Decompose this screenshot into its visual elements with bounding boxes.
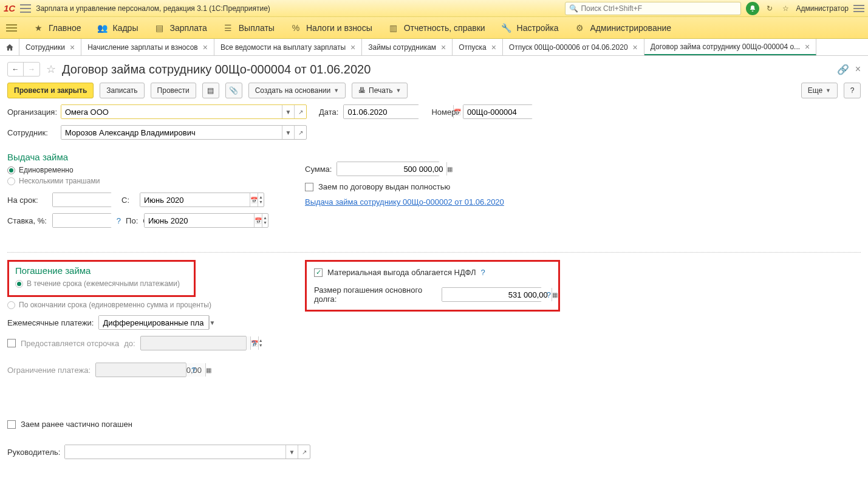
write-button[interactable]: Записать <box>100 83 144 98</box>
report-button[interactable]: ▤ <box>202 83 219 98</box>
radio-during-term[interactable]: В течение срока (ежемесячными платежами) <box>15 279 188 288</box>
employee-field[interactable]: ▼ ↗ <box>61 125 307 140</box>
menu-admin[interactable]: ⚙Администрирование <box>575 22 672 33</box>
user-name[interactable]: Администратор <box>796 4 849 13</box>
people-icon: 👥 <box>97 22 108 33</box>
favorites-icon[interactable]: ☆ <box>780 3 791 14</box>
defer-label: Предоставляется отсрочка <box>21 339 119 348</box>
org-field[interactable]: ▼ ↗ <box>61 104 307 119</box>
calculator-icon[interactable]: ▦ <box>446 162 453 176</box>
close-icon[interactable]: × <box>805 42 810 52</box>
nav-back[interactable]: ← <box>8 63 24 76</box>
tab-vacations[interactable]: Отпуска× <box>453 39 503 55</box>
benefit-help[interactable]: ? <box>480 268 485 277</box>
from-field[interactable]: 📅 ▲▼ <box>140 193 264 207</box>
close-icon[interactable]: × <box>350 43 355 52</box>
term-field[interactable]: ▲▼ <box>52 193 112 207</box>
menu-taxes[interactable]: %Налоги и взносы <box>290 22 372 33</box>
chevron-down-icon[interactable]: ▼ <box>282 126 294 139</box>
menu-settings[interactable]: 🔧Настройка <box>501 22 559 33</box>
nav-forward[interactable]: → <box>24 63 39 76</box>
radio-tranches[interactable]: Несколькими траншами <box>7 177 268 185</box>
menu-burger-icon[interactable] <box>6 24 17 32</box>
menu-salary[interactable]: ▤Зарплата <box>154 22 207 33</box>
monthly-input[interactable] <box>99 316 208 329</box>
menu-label: Главное <box>49 23 81 33</box>
btn-label: Провести и закрыть <box>14 86 87 95</box>
print-button[interactable]: 🖶Печать▼ <box>352 83 408 98</box>
open-icon[interactable]: ↗ <box>294 105 306 118</box>
favorite-star-icon[interactable]: ☆ <box>46 63 56 76</box>
partial-repaid-checkbox[interactable] <box>7 420 16 429</box>
tab-accruals[interactable]: Начисление зарплаты и взносов× <box>81 39 214 55</box>
close-icon[interactable]: × <box>70 43 75 52</box>
tab-paylists[interactable]: Все ведомости на выплату зарплаты× <box>214 39 362 55</box>
tab-loans[interactable]: Займы сотрудникам× <box>362 39 453 55</box>
issue-title: Выдача займа <box>7 152 268 162</box>
repay-amount-field[interactable]: ▦ <box>442 287 542 302</box>
attach-button[interactable]: 📎 <box>225 83 242 98</box>
defer-help[interactable]: ? <box>251 339 256 348</box>
repay-amount-help[interactable]: ? <box>547 290 551 299</box>
help-button[interactable]: ? <box>844 83 861 98</box>
org-input[interactable] <box>61 105 282 118</box>
number-field <box>463 104 533 119</box>
post-button[interactable]: Провести <box>151 83 196 98</box>
close-icon[interactable]: × <box>203 43 208 52</box>
close-icon[interactable]: × <box>633 43 638 52</box>
close-page-icon[interactable]: × <box>855 64 861 75</box>
stepper-icon[interactable]: ▲▼ <box>258 193 264 206</box>
tab-employees[interactable]: Сотрудники× <box>19 39 81 55</box>
chevron-down-icon: ▼ <box>825 87 831 94</box>
radio-end-term[interactable]: По окончании срока (единовременно сумма … <box>7 301 268 309</box>
chevron-down-icon[interactable]: ▼ <box>282 105 294 118</box>
link-icon[interactable]: 🔗 <box>837 64 849 75</box>
to-field[interactable]: 📅 ▲▼ <box>144 213 268 228</box>
employee-input[interactable] <box>61 126 282 139</box>
create-based-button[interactable]: Создать на основании▼ <box>248 83 346 98</box>
benefit-tax-checkbox[interactable] <box>314 268 323 277</box>
issue-link[interactable]: Выдача займа сотруднику 00Що-000002 от 0… <box>305 197 504 206</box>
search-input[interactable] <box>581 4 737 13</box>
from-input[interactable] <box>140 193 250 206</box>
calculator-icon[interactable]: ▦ <box>552 288 558 301</box>
rate-field[interactable]: ▲▼ <box>52 213 112 228</box>
sum-field[interactable]: ▦ <box>337 162 440 176</box>
panel-menu-icon[interactable] <box>853 5 864 12</box>
open-icon[interactable]: ↗ <box>298 445 310 459</box>
burger-icon[interactable] <box>20 4 31 13</box>
calendar-icon[interactable]: 📅 <box>250 193 258 206</box>
open-icon[interactable]: ↗ <box>294 126 306 139</box>
menu-main[interactable]: ★Главное <box>33 22 81 33</box>
close-icon[interactable]: × <box>491 43 496 52</box>
manager-input[interactable] <box>65 445 285 459</box>
menu-reports[interactable]: ▥Отчетность, справки <box>388 22 485 33</box>
repay-amount-input[interactable] <box>442 288 552 301</box>
home-tab[interactable] <box>0 39 19 55</box>
rate-help[interactable]: ? <box>117 216 121 225</box>
full-issue-checkbox[interactable] <box>305 183 313 191</box>
close-icon[interactable]: × <box>441 43 446 52</box>
menu-hr[interactable]: 👥Кадры <box>97 22 138 33</box>
defer-checkbox[interactable] <box>7 339 16 347</box>
history-icon[interactable]: ↻ <box>764 3 775 14</box>
chevron-down-icon[interactable]: ▼ <box>208 316 215 329</box>
limit-help[interactable]: ? <box>191 366 196 375</box>
tab-vacation-doc[interactable]: Отпуск 00Що-000006 от 04.06.2020× <box>503 39 644 55</box>
manager-field[interactable]: ▼ ↗ <box>64 445 310 459</box>
menu-payments[interactable]: ☰Выплаты <box>223 22 275 33</box>
to-input[interactable] <box>145 214 254 227</box>
date-field[interactable]: 📅 <box>343 104 419 119</box>
notifications-button[interactable] <box>746 2 759 15</box>
post-close-button[interactable]: Провести и закрыть <box>7 83 94 98</box>
sum-input[interactable] <box>337 162 446 176</box>
radio-single-issue[interactable]: Единовременно <box>7 166 268 174</box>
tab-loan-contract[interactable]: Договор займа сотруднику 00Що-000004 о..… <box>644 39 817 55</box>
monthly-field[interactable]: ▼ <box>98 315 210 330</box>
global-search[interactable]: 🔍 <box>565 2 741 15</box>
more-button[interactable]: Еще▼ <box>801 83 838 98</box>
stepper-icon[interactable]: ▲▼ <box>262 214 268 227</box>
calendar-icon[interactable]: 📅 <box>254 214 262 227</box>
chevron-down-icon[interactable]: ▼ <box>285 445 298 459</box>
number-input[interactable] <box>463 105 573 118</box>
